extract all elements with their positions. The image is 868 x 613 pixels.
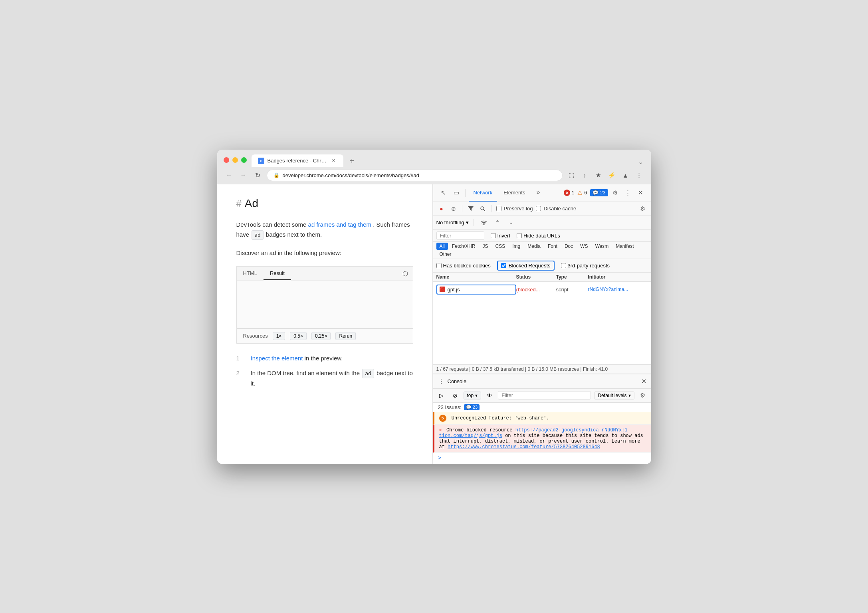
error-link3[interactable]: https://www.chromestatus.com/feature/573… — [448, 444, 600, 450]
svg-point-2 — [481, 207, 484, 210]
warn-icon: ⚠ — [577, 190, 583, 196]
device-icon-btn[interactable]: ▭ — [451, 187, 462, 198]
zoom-05x-btn[interactable]: 0.5× — [290, 332, 307, 340]
tab-result[interactable]: Result — [264, 267, 291, 280]
active-tab[interactable]: G Badges reference - Chrome De ✕ — [252, 154, 343, 167]
preview-external-icon[interactable]: ⬡ — [398, 267, 413, 281]
address-field[interactable]: 🔒 developer.chrome.com/docs/devtools/ele… — [267, 170, 563, 181]
upload-icon — [492, 218, 503, 228]
warn-count: 6 — [584, 190, 587, 196]
msg-badge: 💬 23 — [590, 189, 608, 196]
filter-input[interactable] — [436, 231, 484, 240]
hide-data-urls-checkbox[interactable] — [517, 233, 522, 238]
wifi-icon — [479, 218, 489, 228]
error-count: 1 — [572, 190, 575, 196]
search-btn[interactable] — [478, 204, 488, 214]
menu-button[interactable]: ⋮ — [634, 170, 645, 181]
type-btn-all[interactable]: All — [436, 243, 448, 250]
console-prompt[interactable]: > — [433, 453, 651, 464]
top-context-select[interactable]: top ▾ — [464, 392, 482, 399]
type-btn-doc[interactable]: Doc — [561, 243, 576, 250]
zoom-025x-btn[interactable]: 0.25× — [311, 332, 331, 340]
ad-frames-link[interactable]: ad frames and tag them — [308, 221, 371, 228]
ad-badge-inline: ad — [252, 230, 264, 240]
filter-btn[interactable] — [466, 204, 476, 214]
close-button[interactable] — [224, 157, 229, 163]
type-btn-img[interactable]: Img — [509, 243, 523, 250]
svg-text:G: G — [260, 159, 262, 163]
profile-button[interactable]: ▲ — [620, 170, 631, 181]
download-icon — [506, 218, 516, 228]
extensions-button[interactable]: ⚡ — [606, 170, 618, 181]
table-header: Name Status Type Initiator Waterfall ▲ — [433, 273, 651, 282]
tab-html[interactable]: HTML — [237, 267, 264, 280]
disable-cache-checkbox[interactable] — [536, 206, 541, 211]
back-button[interactable]: ← — [224, 170, 235, 181]
type-btn-ws[interactable]: WS — [577, 243, 591, 250]
console-filter-input[interactable] — [498, 391, 591, 399]
share-button[interactable]: ↑ — [579, 170, 591, 181]
request-types: AllFetch/XHRJSCSSImgMediaFontDocWSWasmMa… — [433, 242, 651, 259]
third-party-checkbox[interactable] — [561, 263, 566, 268]
rerun-btn[interactable]: Rerun — [335, 332, 356, 340]
default-levels-btn[interactable]: Default levels ▾ — [594, 392, 634, 399]
cursor-icon-btn[interactable]: ↖ — [438, 187, 449, 198]
reload-button[interactable]: ↻ — [252, 170, 264, 181]
new-tab-button[interactable]: + — [345, 155, 359, 167]
devtools-settings-btn[interactable]: ⚙ — [610, 187, 621, 198]
type-btn-other[interactable]: Other — [436, 251, 455, 258]
table-row[interactable]: 🚫 gpt.js (blocked... script rNdGNYx?anim… — [433, 282, 651, 297]
tab-close-button[interactable]: ✕ — [331, 158, 337, 164]
record-btn[interactable]: ● — [436, 204, 447, 214]
console-block-btn[interactable]: ⊘ — [450, 390, 460, 401]
invert-checkbox[interactable] — [491, 233, 496, 238]
type-btn-js[interactable]: JS — [480, 243, 491, 250]
toolbar-separator1 — [462, 205, 462, 212]
block-btn[interactable]: ⊘ — [448, 204, 459, 214]
more-tabs-btn[interactable]: » — [531, 184, 545, 202]
console-drag-handle[interactable]: ⋮ — [438, 378, 444, 385]
blocked-requests-checkbox[interactable] — [501, 263, 506, 268]
warn-badge: 5 — [439, 415, 446, 422]
bookmark-button[interactable]: ★ — [593, 170, 604, 181]
throttle-label: No throttling — [436, 219, 464, 225]
preserve-log-label: Preserve log — [504, 206, 533, 212]
has-blocked-cookies-checkbox[interactable] — [436, 263, 442, 268]
screenshot-button[interactable]: ⬚ — [566, 170, 577, 181]
col-type: Type — [556, 274, 588, 280]
inspect-element-link[interactable]: Inspect the element — [251, 355, 303, 362]
msg-count: 23 — [600, 190, 605, 196]
traffic-lights — [224, 157, 247, 163]
has-blocked-cookies-group: Has blocked cookies — [436, 263, 491, 269]
forward-button[interactable]: → — [238, 170, 249, 181]
paragraph1-start: DevTools can detect some — [236, 221, 308, 228]
step1-content: Inspect the element in the preview. — [251, 353, 343, 364]
throttle-select[interactable]: No throttling ▾ — [436, 219, 469, 225]
network-settings-btn[interactable]: ⚙ — [638, 204, 648, 214]
warning-msg: 5 Unrecognized feature: 'web-share'. — [433, 412, 651, 425]
type-btn-wasm[interactable]: Wasm — [592, 243, 612, 250]
console-settings-btn[interactable]: ⚙ — [638, 390, 648, 401]
zoom-1x-btn[interactable]: 1× — [273, 332, 285, 340]
type-btn-css[interactable]: CSS — [492, 243, 509, 250]
top-chevron: ▾ — [475, 393, 478, 398]
maximize-button[interactable] — [241, 157, 247, 163]
tab-elements[interactable]: Elements — [499, 184, 530, 202]
disable-cache-label: Disable cache — [543, 206, 576, 212]
type-btn-fetch/xhr[interactable]: Fetch/XHR — [449, 243, 479, 250]
devtools-close-btn[interactable]: ✕ — [635, 187, 646, 198]
eye-icon-btn[interactable]: 👁 — [484, 390, 495, 401]
type-btn-manifest[interactable]: Manifest — [612, 243, 637, 250]
console-close-btn[interactable]: ✕ — [641, 378, 646, 385]
type-btn-font[interactable]: Font — [545, 243, 561, 250]
preserve-log-checkbox[interactable] — [496, 206, 501, 211]
resources-bar: Resources 1× 0.5× 0.25× Rerun — [236, 328, 413, 344]
col-name: Name — [436, 274, 516, 280]
console-execute-btn[interactable]: ▷ — [436, 390, 447, 401]
error-link1[interactable]: https://pagead2.googlesyndica — [515, 427, 599, 433]
type-btn-media[interactable]: Media — [524, 243, 544, 250]
tab-network[interactable]: Network — [469, 184, 497, 202]
minimize-button[interactable] — [232, 157, 238, 163]
devtools-more-btn[interactable]: ⋮ — [622, 187, 634, 198]
error-msg-start: Chrome blocked resource — [446, 427, 515, 433]
